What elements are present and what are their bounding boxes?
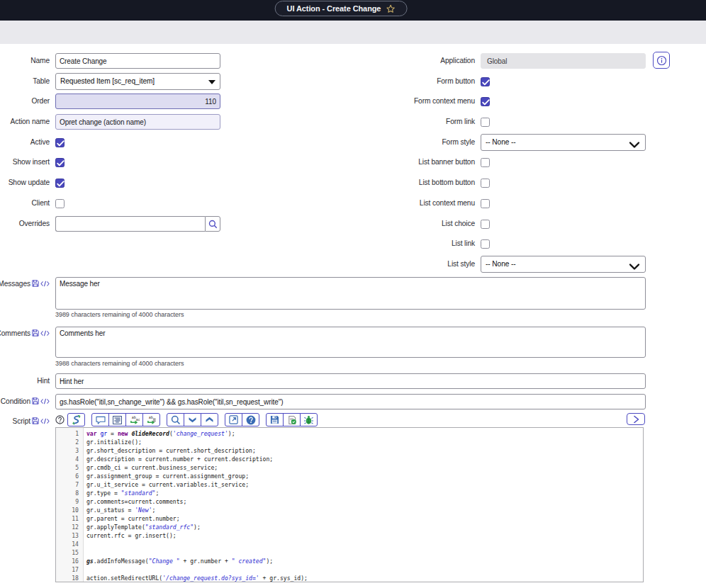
code-line-11: gr.parent = current.number;	[86, 514, 180, 523]
replace-button[interactable]: abac	[125, 413, 143, 426]
toggle-syntax-editor-button[interactable]	[67, 413, 85, 426]
replaceall-icon: ab	[147, 415, 157, 425]
comment-icon	[96, 416, 106, 424]
find-next-button[interactable]	[184, 413, 201, 426]
messages-label: Messages	[0, 280, 30, 288]
list-context-menu-label: List context menu	[420, 196, 475, 211]
form-button-label: Form button	[437, 74, 475, 89]
field-row-form-link: Form link	[0, 114, 706, 130]
toolbar-group-0	[67, 413, 85, 426]
messages-textarea[interactable]	[55, 277, 646, 310]
script-expand-button[interactable]	[627, 413, 645, 425]
list-style-select[interactable]: -- None --	[481, 256, 646, 273]
code-line-2: gr.initialize();	[86, 438, 142, 446]
favorite-star-icon[interactable]	[386, 4, 395, 13]
field-row-list-banner-button: List banner button	[0, 154, 706, 170]
replace-all-button[interactable]: ab	[142, 413, 160, 426]
toolbar-group-1: abacab	[91, 413, 160, 426]
code-line-13: current.rfc = gr.insert();	[86, 531, 176, 540]
condition-input[interactable]	[55, 394, 646, 409]
toolbar-group-4	[266, 413, 318, 426]
validate-button[interactable]	[283, 413, 301, 426]
comments-label-row: Comments	[0, 328, 50, 338]
application-input[interactable]	[481, 53, 646, 69]
script-label-row: Script	[13, 416, 50, 426]
condition-code-icon[interactable]	[40, 398, 50, 405]
list-link-checkbox[interactable]	[481, 239, 490, 249]
line-number: 14	[55, 540, 79, 548]
search-button[interactable]	[167, 413, 184, 426]
form-context-menu-checkbox[interactable]	[481, 97, 490, 106]
line-number: 9	[55, 497, 79, 506]
toolbar-group-2	[167, 413, 218, 426]
list-bottom-button-label: List bottom button	[419, 175, 475, 191]
ui-action-form-screen: UI Action - Create Change NameTableReque…	[0, 0, 706, 588]
field-row-list-bottom-button: List bottom button	[0, 175, 706, 191]
script-code-editor[interactable]: 123456789101112131415161718 var gr = new…	[55, 427, 644, 582]
condition-translate-icon[interactable]	[32, 397, 39, 405]
list-style-label: List style	[447, 256, 475, 272]
find-previous-button[interactable]	[201, 413, 218, 426]
line-number: 6	[55, 472, 79, 480]
chevup-icon	[205, 417, 214, 423]
line-number: 18	[55, 574, 79, 582]
format-code-button[interactable]	[108, 413, 126, 426]
code-line-18: action.setRedirectURL('/change_request.d…	[86, 574, 308, 582]
field-row-list-choice: List choice	[0, 216, 706, 232]
messages-char-counter: 3989 characters remaining of 4000 charac…	[55, 311, 184, 318]
messages-code-icon[interactable]	[40, 281, 50, 287]
application-label: Application	[440, 53, 475, 69]
comments-translate-icon[interactable]	[32, 329, 39, 337]
line-number: 17	[55, 565, 79, 574]
field-row-list-style: List style-- None --	[0, 256, 706, 272]
form-link-checkbox[interactable]	[481, 118, 490, 127]
open-new-window-button[interactable]	[225, 413, 242, 426]
list-context-menu-checkbox[interactable]	[481, 199, 490, 208]
list-choice-checkbox[interactable]	[481, 220, 490, 229]
ui-action-form: NameTableRequested Item [sc_req_item]Ord…	[0, 44, 706, 588]
form-style-label: Form style	[442, 135, 475, 150]
list-banner-button-checkbox[interactable]	[481, 158, 490, 167]
record-tab[interactable]: UI Action - Create Change	[275, 1, 408, 16]
application-info-button[interactable]	[653, 52, 670, 69]
code-line-8: gr.type = "standard";	[86, 489, 159, 497]
code-line-4: gr.description = current.number + curren…	[86, 455, 273, 463]
code-line-10: gr.u_status = 'New';	[86, 506, 155, 514]
form-style-select[interactable]: -- None --	[481, 134, 646, 151]
condition-label: Condition	[1, 397, 30, 405]
script-translate-icon[interactable]	[32, 417, 39, 424]
code-area[interactable]: var gr = new GlideRecord('change_request…	[86, 428, 639, 582]
comments-textarea[interactable]	[55, 327, 646, 358]
list-link-label: List link	[452, 236, 475, 251]
messages-translate-icon[interactable]	[32, 280, 39, 287]
script-code-icon[interactable]	[40, 418, 50, 424]
field-row-list-context-menu: List context menu	[0, 196, 706, 211]
comments-code-icon[interactable]	[40, 330, 50, 337]
comments-char-counter: 3988 characters remaining of 4000 charac…	[55, 360, 184, 367]
debug-button[interactable]	[300, 413, 318, 426]
toggle-comment-button[interactable]	[91, 413, 109, 426]
hint-input[interactable]	[55, 373, 646, 389]
field-row-list-link: List link	[0, 236, 706, 251]
code-line-3: gr.short_description = current.short_des…	[86, 446, 256, 455]
chevdown-icon	[188, 417, 197, 423]
popout-icon	[229, 415, 238, 424]
toolbar-group-3	[225, 413, 259, 426]
list-choice-label: List choice	[442, 216, 475, 232]
code-line-6: gr.assignment_group = current.assignment…	[86, 472, 249, 480]
help-button[interactable]	[242, 413, 259, 426]
line-number: 4	[55, 455, 79, 463]
list-banner-button-label: List banner button	[418, 154, 475, 170]
list-bottom-button-checkbox[interactable]	[481, 179, 490, 188]
form-style-chevron-down-icon	[629, 139, 640, 147]
code-line-1: var gr = new GlideRecord('change_request…	[86, 429, 235, 438]
script-label: Script	[13, 417, 30, 425]
form-context-menu-label: Form context menu	[414, 94, 475, 109]
form-button-checkbox[interactable]	[481, 77, 490, 86]
line-number: 7	[55, 480, 79, 489]
field-row-form-context-menu: Form context menu	[0, 94, 706, 109]
save-button[interactable]	[266, 413, 284, 426]
replace-icon: abac	[130, 415, 140, 425]
line-number: 10	[55, 506, 79, 514]
script-help-icon[interactable]	[55, 415, 65, 424]
